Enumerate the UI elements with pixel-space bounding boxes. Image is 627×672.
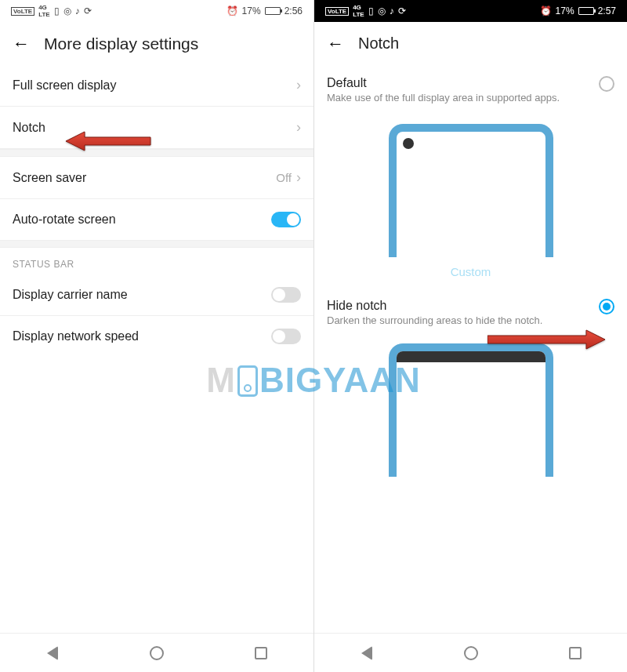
row-full-screen-display[interactable]: Full screen display ›	[0, 64, 314, 107]
row-auto-rotate: Auto-rotate screen	[0, 199, 314, 240]
nav-recent-icon[interactable]	[567, 645, 584, 662]
row-description: Darken the surrounding areas to hide the…	[327, 314, 591, 328]
clock-time: 2:56	[285, 5, 303, 16]
battery-icon	[578, 7, 594, 15]
row-value: Off	[276, 171, 292, 184]
volte-icon: VoLTE	[11, 7, 34, 16]
battery-percent: 17%	[242, 5, 261, 16]
back-icon[interactable]: ←	[13, 35, 30, 53]
darkened-bar	[397, 351, 545, 362]
custom-label: Custom	[314, 260, 627, 286]
section-divider	[0, 149, 314, 157]
header: ← Notch	[314, 22, 627, 64]
preview-default	[314, 118, 627, 260]
row-display-carrier-name: Display carrier name	[0, 274, 314, 316]
row-hide-notch[interactable]: Hide notch Darken the surrounding areas …	[314, 286, 627, 340]
row-notch[interactable]: Notch ›	[0, 107, 314, 149]
row-label: Screen saver	[13, 171, 86, 185]
row-label: Display network speed	[13, 329, 139, 343]
phone-mock-punch-hole	[389, 124, 553, 257]
alarm-icon: ⏰	[227, 6, 238, 16]
chevron-right-icon: ›	[296, 77, 301, 93]
page-title: Notch	[358, 35, 399, 53]
phone-mock-hidden-notch	[389, 343, 553, 477]
status-bar: VoLTE 4GLTE ▯ ◎ ♪ ⟳ ⏰ 17% 2:57	[314, 0, 627, 22]
section-header-status-bar: STATUS BAR	[0, 248, 314, 274]
section-divider	[0, 240, 314, 248]
screen-notch: VoLTE 4GLTE ▯ ◎ ♪ ⟳ ⏰ 17% 2:57 ← Notch D…	[314, 0, 627, 672]
row-label: Full screen display	[13, 78, 117, 93]
nav-bar	[0, 633, 314, 672]
punch-hole-icon	[403, 138, 414, 149]
nav-back-icon[interactable]	[358, 645, 375, 662]
sync-icon: ⟳	[398, 6, 406, 16]
radio-default[interactable]	[599, 76, 614, 92]
battery-percent: 17%	[556, 5, 574, 16]
battery-card-icon: ▯	[368, 6, 374, 16]
row-default[interactable]: Default Make use of the full display are…	[314, 64, 627, 118]
volte-icon: VoLTE	[325, 7, 349, 16]
battery-card-icon: ▯	[54, 6, 60, 16]
row-description: Make use of the full display area in sup…	[327, 92, 591, 105]
nav-home-icon[interactable]	[462, 645, 480, 662]
row-display-network-speed: Display network speed	[0, 316, 314, 357]
lte-icon: 4GLTE	[38, 4, 50, 18]
row-label: Display carrier name	[13, 288, 128, 302]
clock-time: 2:57	[598, 5, 616, 16]
page-title: More display settings	[44, 35, 198, 53]
screen-more-display-settings: VoLTE 4GLTE ▯ ◎ ♪ ⟳ ⏰ 17% 2:56 ← More di…	[0, 0, 314, 672]
nav-home-icon[interactable]	[148, 645, 165, 662]
sync-icon: ⟳	[84, 6, 92, 16]
toggle-auto-rotate[interactable]	[271, 212, 301, 227]
preview-hide-notch	[314, 340, 627, 480]
instagram-icon: ◎	[63, 6, 71, 16]
radio-hide-notch[interactable]	[599, 299, 614, 314]
nav-back-icon[interactable]	[44, 645, 61, 662]
toggle-carrier-name[interactable]	[271, 287, 301, 303]
header: ← More display settings	[0, 22, 314, 64]
tiktok-icon: ♪	[390, 6, 394, 16]
row-label: Auto-rotate screen	[13, 212, 116, 227]
row-title: Default	[327, 76, 591, 90]
battery-icon	[265, 7, 281, 15]
status-bar: VoLTE 4GLTE ▯ ◎ ♪ ⟳ ⏰ 17% 2:56	[0, 0, 314, 22]
instagram-icon: ◎	[378, 6, 386, 16]
row-screen-saver[interactable]: Screen saver Off ›	[0, 157, 314, 199]
chevron-right-icon: ›	[296, 169, 301, 186]
toggle-network-speed[interactable]	[271, 329, 301, 344]
alarm-icon: ⏰	[540, 6, 552, 16]
chevron-right-icon: ›	[296, 119, 301, 136]
row-label: Notch	[13, 121, 45, 135]
row-title: Hide notch	[327, 299, 591, 313]
nav-bar	[314, 633, 627, 672]
back-icon[interactable]: ←	[327, 35, 344, 53]
lte-icon: 4GLTE	[353, 4, 364, 18]
tiktok-icon: ♪	[75, 6, 80, 16]
nav-recent-icon[interactable]	[252, 645, 270, 662]
